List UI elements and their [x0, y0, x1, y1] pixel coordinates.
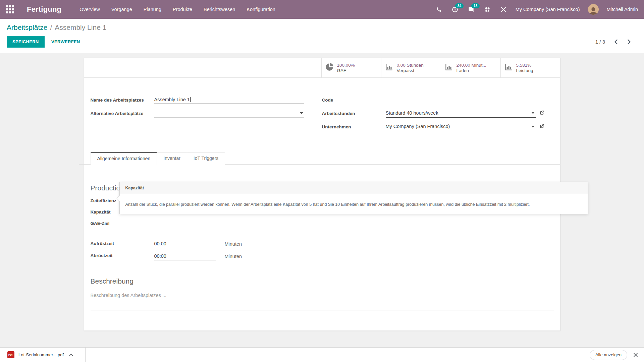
stat-oee-value: 100,00% — [337, 63, 355, 68]
browser-download-bar: PDF Lot-Serialnummer....pdf Alle anzeige… — [0, 347, 644, 362]
downloaded-file-chip[interactable]: PDF Lot-Serialnummer....pdf — [0, 351, 80, 358]
bar-chart-icon — [444, 63, 453, 73]
bar-chart-icon — [504, 63, 513, 73]
cleanup-time-label: Abrüstzeit — [91, 252, 154, 260]
downloaded-file-name[interactable]: Lot-Serialnummer....pdf — [18, 352, 64, 357]
pager-previous-icon[interactable] — [614, 39, 618, 45]
code-input[interactable] — [386, 96, 536, 104]
form-sheet: 100,00% GAE 0,00 Stunden Verpasst 240, — [84, 58, 560, 331]
stat-performance-button[interactable]: 5.581% Leistung — [500, 58, 560, 77]
breadcrumb-parent[interactable]: Arbeitsplätze — [7, 23, 47, 31]
code-label: Code — [322, 96, 386, 104]
description-input[interactable]: Beschreibung des Arbeitsplatzes ... — [91, 293, 553, 298]
tools-icon[interactable] — [499, 5, 507, 13]
chevron-down-icon[interactable] — [531, 112, 535, 114]
external-link-icon[interactable] — [540, 110, 544, 118]
stat-load-label: Laden — [457, 68, 486, 73]
show-all-downloads-button[interactable]: Alle anzeigen — [590, 350, 627, 360]
setup-time-input[interactable]: 00:00 — [154, 240, 216, 248]
stat-performance-label: Leistung — [516, 68, 533, 73]
field-tooltip: Kapazität Anzahl der Stück, die parallel… — [119, 182, 588, 214]
stat-lost-label: Verpasst — [397, 68, 424, 73]
gift-icon[interactable] — [483, 5, 491, 13]
breadcrumb-separator: / — [50, 23, 52, 31]
save-button[interactable]: SPEICHERN — [7, 36, 45, 48]
app-name[interactable]: Fertigung — [27, 5, 61, 14]
record-pager: 1 / 3 — [595, 39, 631, 45]
app-menu: Overview Vorgänge Planung Produkte Beric… — [79, 7, 275, 12]
form-fields: Name des Arbeitsplatzes Assembly Line 1 … — [84, 78, 560, 136]
tooltip-body: Anzahl der Stück, die parallel produzier… — [120, 194, 588, 214]
messages-icon[interactable]: 13 — [467, 5, 475, 13]
menu-berichtswesen[interactable]: Berichtswesen — [204, 7, 235, 12]
apps-menu-icon[interactable] — [6, 5, 14, 13]
stat-performance-value: 5.581% — [516, 63, 533, 68]
name-input[interactable]: Assembly Line 1 — [154, 96, 304, 104]
messages-badge: 13 — [471, 3, 480, 8]
pager-counter: 1 / 3 — [595, 39, 605, 45]
company-label: Unternehmen — [322, 123, 386, 131]
breadcrumb: Arbeitsplätze/Assembly Line 1 — [7, 23, 637, 32]
tab-iot-triggers[interactable]: IoT Triggers — [187, 152, 225, 165]
control-panel: Arbeitsplätze/Assembly Line 1 SPEICHERN … — [0, 19, 644, 53]
pager-next-icon[interactable] — [627, 39, 631, 45]
company-switcher[interactable]: My Company (San Francisco) — [516, 7, 580, 12]
menu-vorgaenge[interactable]: Vorgänge — [111, 7, 132, 12]
tab-allgemeine-informationen[interactable]: Allgemeine Informationen — [91, 152, 157, 165]
breadcrumb-current: Assembly Line 1 — [55, 23, 106, 31]
activity-clock-icon[interactable]: 34 — [451, 5, 459, 13]
notebook-tabs: Allgemeine Informationen Inventar IoT Tr… — [79, 152, 560, 165]
company-input[interactable]: My Company (San Francisco) — [386, 123, 536, 131]
stat-oee-button[interactable]: 100,00% GAE — [321, 58, 381, 77]
working-hours-input[interactable]: Standard 40 hours/week — [386, 109, 536, 118]
menu-konfiguration[interactable]: Konfiguration — [247, 7, 275, 12]
chevron-down-icon[interactable] — [531, 126, 535, 128]
form-view: 100,00% GAE 0,00 Stunden Verpasst 240, — [0, 58, 644, 348]
tooltip-title: Kapazität — [120, 182, 588, 194]
stat-lost-value: 0,00 Stunden — [397, 63, 424, 68]
pie-chart-icon — [325, 63, 334, 73]
stat-oee-label: GAE — [337, 68, 355, 73]
cleanup-time-input[interactable]: 00:00 — [154, 253, 216, 260]
alternative-workcenters-input[interactable] — [154, 109, 304, 118]
activity-badge: 34 — [455, 3, 464, 8]
top-navbar: Fertigung Overview Vorgänge Planung Prod… — [0, 0, 644, 19]
text-cursor — [190, 97, 191, 102]
tab-inventar[interactable]: Inventar — [157, 152, 187, 165]
discard-button[interactable]: VERWERFEN — [46, 36, 86, 48]
oee-target-label: GAE-Ziel — [91, 220, 322, 232]
setup-time-unit: Minuten — [225, 241, 242, 248]
stat-load-button[interactable]: 240,00 Minut... Laden — [441, 58, 500, 77]
stat-lost-button[interactable]: 0,00 Stunden Verpasst — [381, 58, 441, 77]
name-label: Name des Arbeitsplatzes — [91, 96, 154, 104]
close-icon[interactable] — [633, 353, 638, 357]
stat-button-box: 100,00% GAE 0,00 Stunden Verpasst 240, — [84, 58, 560, 78]
working-hours-label: Arbeitsstunden — [322, 109, 386, 118]
menu-overview[interactable]: Overview — [79, 7, 100, 12]
menu-planung[interactable]: Planung — [144, 7, 161, 12]
chevron-down-icon[interactable] — [300, 112, 303, 114]
bar-chart-icon — [385, 63, 393, 73]
setup-time-label: Aufrüstzeit — [91, 240, 154, 248]
chevron-up-icon[interactable] — [68, 354, 74, 356]
user-avatar[interactable] — [588, 4, 599, 15]
menu-produkte[interactable]: Produkte — [173, 7, 192, 12]
cleanup-time-unit: Minuten — [225, 254, 242, 260]
phone-icon[interactable] — [435, 5, 443, 13]
external-link-icon[interactable] — [540, 124, 544, 131]
description-title: Beschreibung — [91, 277, 553, 285]
description-separator — [91, 310, 554, 310]
alternative-workcenters-label: Alternative Arbeitsplätze — [91, 109, 154, 118]
download-bar-divider — [85, 348, 86, 362]
stat-load-value: 240,00 Minut... — [457, 63, 486, 68]
pdf-file-icon: PDF — [7, 351, 14, 358]
user-menu[interactable]: Mitchell Admin — [607, 7, 638, 12]
